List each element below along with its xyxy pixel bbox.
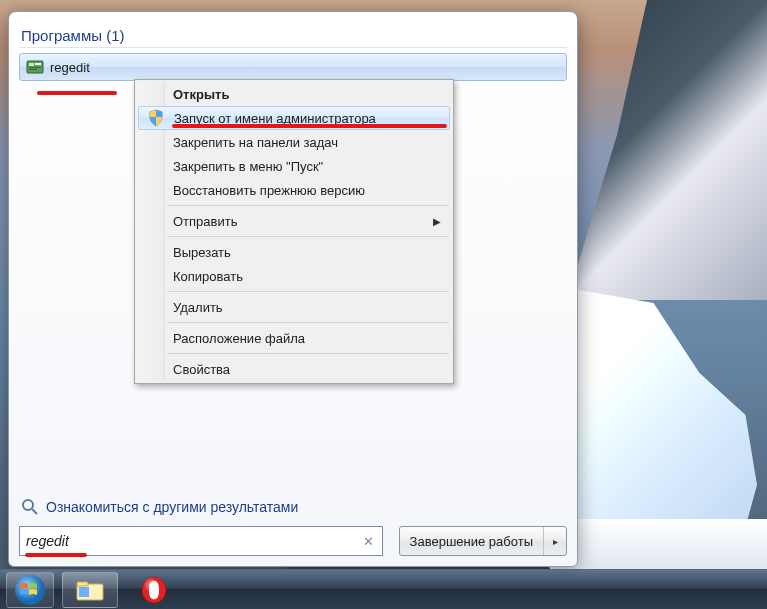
start-button[interactable] bbox=[6, 572, 54, 608]
search-result-label: regedit bbox=[50, 60, 90, 75]
svg-rect-9 bbox=[77, 582, 88, 586]
menu-separator bbox=[167, 291, 449, 292]
clear-search-button[interactable]: ✕ bbox=[361, 534, 376, 549]
shutdown-options-arrow[interactable]: ▸ bbox=[544, 536, 566, 547]
svg-point-5 bbox=[23, 500, 33, 510]
menu-item-cut[interactable]: Вырезать bbox=[137, 240, 451, 264]
start-menu-panel: Программы (1) regedit Открыть З bbox=[8, 11, 578, 567]
shield-icon bbox=[147, 109, 165, 127]
annotation-underline-search bbox=[25, 553, 87, 557]
menu-item-send-to[interactable]: Отправить ▶ bbox=[137, 209, 451, 233]
search-input[interactable] bbox=[26, 533, 361, 549]
windows-logo-icon bbox=[14, 574, 46, 606]
menu-item-file-location[interactable]: Расположение файла bbox=[137, 326, 451, 350]
regedit-icon bbox=[26, 58, 44, 76]
svg-rect-2 bbox=[35, 63, 41, 65]
annotation-underline-result bbox=[37, 91, 117, 95]
menu-item-restore-previous[interactable]: Восстановить прежнюю версию bbox=[137, 178, 451, 202]
svg-rect-1 bbox=[29, 63, 34, 66]
taskbar-item-opera[interactable] bbox=[126, 572, 182, 608]
taskbar bbox=[0, 569, 767, 609]
menu-separator bbox=[167, 353, 449, 354]
see-more-results-link[interactable]: Ознакомиться с другими результатами bbox=[19, 492, 567, 526]
wallpaper-mountain bbox=[567, 0, 767, 300]
menu-item-label: Отправить bbox=[173, 214, 237, 229]
programs-section-header: Программы (1) bbox=[19, 23, 567, 48]
see-more-results-label: Ознакомиться с другими результатами bbox=[46, 499, 298, 515]
menu-item-label: Удалить bbox=[173, 300, 223, 315]
shutdown-label: Завершение работы bbox=[410, 534, 533, 549]
svg-rect-10 bbox=[79, 587, 89, 597]
menu-item-label: Закрепить в меню "Пуск" bbox=[173, 159, 323, 174]
menu-item-label: Восстановить прежнюю версию bbox=[173, 183, 365, 198]
svg-rect-4 bbox=[29, 69, 37, 70]
annotation-underline-admin bbox=[172, 124, 447, 128]
shutdown-button[interactable]: Завершение работы ▸ bbox=[399, 526, 567, 556]
submenu-arrow-icon: ▶ bbox=[433, 216, 441, 227]
menu-item-label: Расположение файла bbox=[173, 331, 305, 346]
menu-item-label: Вырезать bbox=[173, 245, 231, 260]
menu-item-pin-start[interactable]: Закрепить в меню "Пуск" bbox=[137, 154, 451, 178]
wallpaper-snow bbox=[570, 519, 767, 569]
shutdown-button-main[interactable]: Завершение работы bbox=[400, 527, 544, 555]
menu-item-label: Свойства bbox=[173, 362, 230, 377]
menu-item-copy[interactable]: Копировать bbox=[137, 264, 451, 288]
menu-item-label: Копировать bbox=[173, 269, 243, 284]
menu-separator bbox=[167, 236, 449, 237]
svg-rect-3 bbox=[29, 67, 41, 68]
svg-line-6 bbox=[32, 509, 37, 514]
magnifier-icon bbox=[21, 498, 39, 516]
menu-item-label: Закрепить на панели задач bbox=[173, 135, 338, 150]
start-menu-bottom-row: ✕ Завершение работы ▸ bbox=[19, 526, 567, 556]
search-input-container: ✕ bbox=[19, 526, 383, 556]
menu-separator bbox=[167, 322, 449, 323]
menu-item-pin-taskbar[interactable]: Закрепить на панели задач bbox=[137, 130, 451, 154]
explorer-icon bbox=[75, 578, 105, 602]
menu-item-label: Открыть bbox=[173, 87, 229, 102]
menu-item-delete[interactable]: Удалить bbox=[137, 295, 451, 319]
search-result-regedit[interactable]: regedit bbox=[19, 53, 567, 81]
menu-item-open[interactable]: Открыть bbox=[137, 82, 451, 106]
menu-separator bbox=[167, 205, 449, 206]
opera-icon bbox=[140, 576, 168, 604]
menu-item-properties[interactable]: Свойства bbox=[137, 357, 451, 381]
taskbar-item-explorer[interactable] bbox=[62, 572, 118, 608]
